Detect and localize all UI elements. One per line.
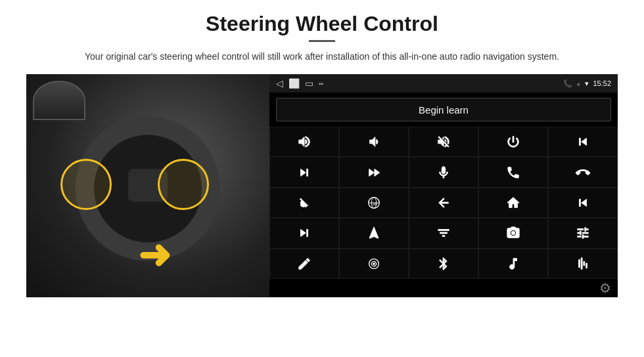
settings-area: ⚙ bbox=[269, 279, 618, 297]
mute-car-icon bbox=[297, 196, 311, 210]
mute-icon bbox=[436, 135, 451, 149]
back-nav-button[interactable]: ◁ bbox=[276, 78, 283, 89]
prev-track-icon bbox=[576, 135, 590, 149]
camera-button[interactable] bbox=[478, 218, 548, 248]
radio-icon bbox=[367, 257, 381, 271]
next-track-icon bbox=[297, 165, 311, 180]
microphone-button[interactable] bbox=[409, 157, 478, 187]
content-row: ➜ ◁ ⬜ ▭ ▪▪ 📞 ⬦ ▾ 15:52 bbox=[26, 74, 618, 297]
svg-text:360: 360 bbox=[372, 203, 377, 206]
navigation-button[interactable] bbox=[339, 218, 409, 248]
page-subtitle: Your original car's steering wheel contr… bbox=[85, 50, 559, 64]
next-track-button[interactable] bbox=[269, 157, 339, 187]
title-underline bbox=[309, 40, 335, 42]
phone-status-icon: 📞 bbox=[563, 79, 572, 88]
phone-call-icon bbox=[506, 165, 520, 180]
volume-up-icon: + bbox=[297, 135, 311, 149]
skip-forward-button[interactable] bbox=[269, 218, 339, 248]
location-icon: ⬦ bbox=[576, 79, 581, 87]
rewind-button[interactable] bbox=[548, 188, 618, 218]
svg-point-6 bbox=[511, 232, 515, 236]
sliders-icon bbox=[576, 226, 590, 240]
bluetooth-icon bbox=[436, 257, 451, 271]
equalizer-icon bbox=[436, 226, 451, 240]
begin-learn-button[interactable]: Begin learn bbox=[276, 98, 611, 121]
hang-up-icon bbox=[576, 165, 590, 180]
home-icon bbox=[506, 196, 520, 210]
yellow-arrow-icon: ➜ bbox=[138, 232, 171, 278]
hang-up-button[interactable] bbox=[548, 157, 618, 187]
rewind-icon bbox=[576, 196, 590, 210]
power-icon bbox=[506, 135, 520, 149]
camera-icon bbox=[506, 226, 520, 240]
eq-bars-icon bbox=[576, 257, 590, 271]
left-button-group-highlight bbox=[60, 159, 112, 210]
status-bar: ◁ ⬜ ▭ ▪▪ 📞 ⬦ ▾ 15:52 bbox=[269, 74, 618, 93]
bluetooth-button[interactable] bbox=[409, 249, 478, 279]
signal-indicator: ▪▪ bbox=[319, 80, 323, 87]
begin-learn-row: Begin learn bbox=[269, 93, 618, 127]
view-360-button[interactable]: 360 bbox=[339, 188, 409, 218]
power-button[interactable] bbox=[478, 127, 548, 157]
sliders-button[interactable] bbox=[548, 218, 618, 248]
steering-wheel-image: ➜ bbox=[26, 74, 269, 297]
control-icon-grid: + - bbox=[269, 127, 618, 279]
back-button[interactable] bbox=[409, 188, 478, 218]
home-button[interactable] bbox=[478, 188, 548, 218]
home-nav-button[interactable]: ⬜ bbox=[288, 78, 300, 89]
view-360-icon: 360 bbox=[367, 196, 381, 210]
mute-button[interactable] bbox=[409, 127, 478, 157]
music-icon bbox=[506, 257, 520, 271]
volume-down-icon: - bbox=[367, 135, 381, 149]
status-bar-left: ◁ ⬜ ▭ ▪▪ bbox=[276, 78, 323, 89]
phone-call-button[interactable] bbox=[478, 157, 548, 187]
microphone-icon bbox=[436, 165, 451, 180]
fast-forward-icon bbox=[367, 165, 381, 180]
status-bar-right: 📞 ⬦ ▾ 15:52 bbox=[563, 79, 611, 88]
fast-forward-button[interactable] bbox=[339, 157, 409, 187]
eq-bars-button[interactable] bbox=[548, 249, 618, 279]
skip-forward-icon bbox=[297, 226, 311, 240]
clock: 15:52 bbox=[593, 79, 611, 87]
mute-car-button[interactable] bbox=[269, 188, 339, 218]
settings-gear-button[interactable]: ⚙ bbox=[599, 280, 611, 296]
svg-point-9 bbox=[373, 262, 375, 264]
page-title: Steering Wheel Control bbox=[206, 12, 438, 36]
equalizer-button[interactable] bbox=[409, 218, 478, 248]
page: Steering Wheel Control Your original car… bbox=[0, 0, 644, 357]
recents-nav-button[interactable]: ▭ bbox=[305, 78, 313, 89]
prev-track-button[interactable] bbox=[548, 127, 618, 157]
sw-background: ➜ bbox=[26, 74, 269, 297]
pen-button[interactable] bbox=[269, 249, 339, 279]
android-panel: ◁ ⬜ ▭ ▪▪ 📞 ⬦ ▾ 15:52 Begin learn bbox=[269, 74, 618, 297]
volume-down-button[interactable]: - bbox=[339, 127, 409, 157]
wifi-icon: ▾ bbox=[585, 79, 589, 88]
music-button[interactable] bbox=[478, 249, 548, 279]
back-arrow-icon bbox=[436, 196, 451, 210]
right-button-group-highlight bbox=[158, 159, 209, 210]
navigation-icon bbox=[367, 226, 381, 240]
volume-up-button[interactable]: + bbox=[269, 127, 339, 157]
svg-text:-: - bbox=[377, 140, 378, 145]
svg-text:+: + bbox=[307, 137, 309, 141]
pen-icon bbox=[297, 257, 311, 271]
speedometer-gauge bbox=[33, 81, 85, 120]
radio-button[interactable] bbox=[339, 249, 409, 279]
